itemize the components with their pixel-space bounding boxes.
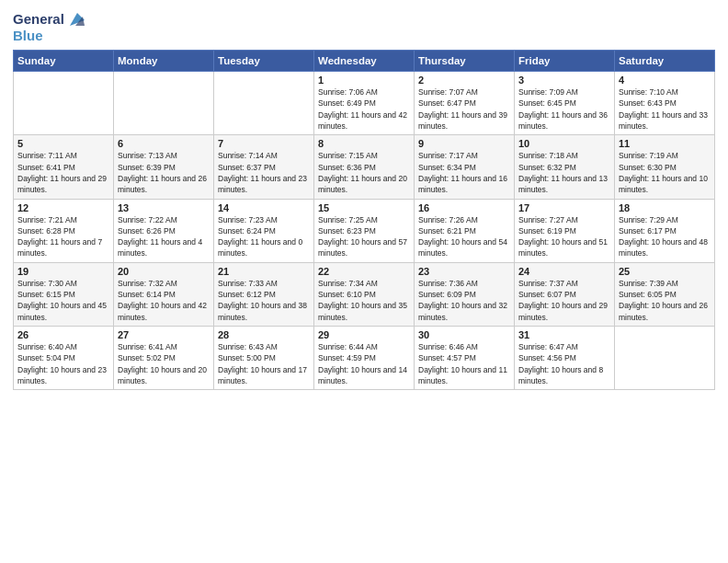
day-header-wednesday: Wednesday <box>314 51 415 72</box>
day-info: Sunrise: 7:37 AM Sunset: 6:07 PM Dayligh… <box>518 278 610 323</box>
calendar-cell: 4Sunrise: 7:10 AM Sunset: 6:43 PM Daylig… <box>615 72 715 135</box>
logo-blue: Blue <box>13 28 43 44</box>
calendar-cell: 15Sunrise: 7:25 AM Sunset: 6:23 PM Dayli… <box>314 199 415 262</box>
day-header-saturday: Saturday <box>615 51 715 72</box>
calendar-cell: 17Sunrise: 7:27 AM Sunset: 6:19 PM Dayli… <box>515 199 615 262</box>
day-info: Sunrise: 7:27 AM Sunset: 6:19 PM Dayligh… <box>518 214 610 259</box>
day-info: Sunrise: 7:13 AM Sunset: 6:39 PM Dayligh… <box>118 150 210 195</box>
day-number: 7 <box>218 138 310 149</box>
calendar-week-2: 5Sunrise: 7:11 AM Sunset: 6:41 PM Daylig… <box>14 135 715 199</box>
day-info: Sunrise: 7:19 AM Sunset: 6:30 PM Dayligh… <box>619 150 711 195</box>
day-info: Sunrise: 7:14 AM Sunset: 6:37 PM Dayligh… <box>218 150 310 195</box>
day-number: 25 <box>619 266 711 277</box>
day-number: 30 <box>418 329 510 340</box>
calendar-cell: 11Sunrise: 7:19 AM Sunset: 6:30 PM Dayli… <box>615 135 715 199</box>
day-number: 24 <box>518 266 610 277</box>
calendar-cell: 23Sunrise: 7:36 AM Sunset: 6:09 PM Dayli… <box>415 262 515 326</box>
day-number: 26 <box>17 329 109 340</box>
calendar-cell: 22Sunrise: 7:34 AM Sunset: 6:10 PM Dayli… <box>314 262 415 326</box>
calendar-cell <box>214 72 314 135</box>
day-info: Sunrise: 7:11 AM Sunset: 6:41 PM Dayligh… <box>17 150 109 195</box>
calendar-cell: 20Sunrise: 7:32 AM Sunset: 6:14 PM Dayli… <box>114 262 214 326</box>
day-header-tuesday: Tuesday <box>214 51 314 72</box>
day-info: Sunrise: 7:22 AM Sunset: 6:26 PM Dayligh… <box>118 214 210 259</box>
day-header-sunday: Sunday <box>14 51 114 72</box>
day-info: Sunrise: 6:44 AM Sunset: 4:59 PM Dayligh… <box>318 341 410 386</box>
logo-text: General <box>13 11 64 28</box>
calendar-week-5: 26Sunrise: 6:40 AM Sunset: 5:04 PM Dayli… <box>14 327 715 390</box>
calendar-cell: 28Sunrise: 6:43 AM Sunset: 5:00 PM Dayli… <box>214 327 314 390</box>
day-info: Sunrise: 7:36 AM Sunset: 6:09 PM Dayligh… <box>418 278 510 323</box>
calendar-cell: 30Sunrise: 6:46 AM Sunset: 4:57 PM Dayli… <box>415 327 515 390</box>
calendar-cell: 6Sunrise: 7:13 AM Sunset: 6:39 PM Daylig… <box>114 135 214 199</box>
day-number: 13 <box>118 202 210 213</box>
day-number: 11 <box>619 138 711 149</box>
page: General Blue SundayMondayTuesdayWednesda… <box>0 0 728 563</box>
calendar-header-row: SundayMondayTuesdayWednesdayThursdayFrid… <box>14 51 715 72</box>
calendar: SundayMondayTuesdayWednesdayThursdayFrid… <box>13 50 715 390</box>
calendar-cell: 24Sunrise: 7:37 AM Sunset: 6:07 PM Dayli… <box>515 262 615 326</box>
calendar-cell: 12Sunrise: 7:21 AM Sunset: 6:28 PM Dayli… <box>14 199 114 262</box>
day-number: 19 <box>17 266 109 277</box>
calendar-cell: 27Sunrise: 6:41 AM Sunset: 5:02 PM Dayli… <box>114 327 214 390</box>
day-number: 15 <box>318 202 410 213</box>
day-number: 4 <box>619 75 711 86</box>
day-info: Sunrise: 7:23 AM Sunset: 6:24 PM Dayligh… <box>218 214 310 259</box>
calendar-cell: 18Sunrise: 7:29 AM Sunset: 6:17 PM Dayli… <box>615 199 715 262</box>
day-info: Sunrise: 7:21 AM Sunset: 6:28 PM Dayligh… <box>17 214 109 259</box>
day-info: Sunrise: 7:32 AM Sunset: 6:14 PM Dayligh… <box>118 278 210 323</box>
calendar-cell: 8Sunrise: 7:15 AM Sunset: 6:36 PM Daylig… <box>314 135 415 199</box>
calendar-cell: 21Sunrise: 7:33 AM Sunset: 6:12 PM Dayli… <box>214 262 314 326</box>
calendar-week-1: 1Sunrise: 7:06 AM Sunset: 6:49 PM Daylig… <box>14 72 715 135</box>
day-number: 9 <box>418 138 510 149</box>
day-info: Sunrise: 7:34 AM Sunset: 6:10 PM Dayligh… <box>318 278 410 323</box>
calendar-cell <box>615 327 715 390</box>
day-number: 5 <box>17 138 109 149</box>
day-header-monday: Monday <box>114 51 214 72</box>
header: General Blue <box>13 9 715 44</box>
calendar-cell: 31Sunrise: 6:47 AM Sunset: 4:56 PM Dayli… <box>515 327 615 390</box>
day-info: Sunrise: 6:47 AM Sunset: 4:56 PM Dayligh… <box>518 341 610 386</box>
calendar-cell: 5Sunrise: 7:11 AM Sunset: 6:41 PM Daylig… <box>14 135 114 199</box>
day-number: 17 <box>518 202 610 213</box>
day-info: Sunrise: 7:09 AM Sunset: 6:45 PM Dayligh… <box>518 86 610 132</box>
calendar-cell: 13Sunrise: 7:22 AM Sunset: 6:26 PM Dayli… <box>114 199 214 262</box>
day-info: Sunrise: 7:30 AM Sunset: 6:15 PM Dayligh… <box>17 278 109 323</box>
day-number: 18 <box>619 202 711 213</box>
day-info: Sunrise: 7:07 AM Sunset: 6:47 PM Dayligh… <box>418 86 510 132</box>
day-info: Sunrise: 7:15 AM Sunset: 6:36 PM Dayligh… <box>318 150 410 195</box>
calendar-cell: 14Sunrise: 7:23 AM Sunset: 6:24 PM Dayli… <box>214 199 314 262</box>
day-number: 28 <box>218 329 310 340</box>
day-number: 20 <box>118 266 210 277</box>
day-info: Sunrise: 7:10 AM Sunset: 6:43 PM Dayligh… <box>619 86 711 132</box>
logo-icon <box>66 9 86 29</box>
day-info: Sunrise: 6:43 AM Sunset: 5:00 PM Dayligh… <box>218 341 310 386</box>
day-info: Sunrise: 7:06 AM Sunset: 6:49 PM Dayligh… <box>318 86 410 132</box>
calendar-cell: 2Sunrise: 7:07 AM Sunset: 6:47 PM Daylig… <box>415 72 515 135</box>
day-header-friday: Friday <box>515 51 615 72</box>
day-number: 14 <box>218 202 310 213</box>
day-info: Sunrise: 7:39 AM Sunset: 6:05 PM Dayligh… <box>619 278 711 323</box>
day-number: 21 <box>218 266 310 277</box>
day-number: 1 <box>318 75 410 86</box>
day-header-thursday: Thursday <box>415 51 515 72</box>
day-number: 3 <box>518 75 610 86</box>
calendar-cell: 10Sunrise: 7:18 AM Sunset: 6:32 PM Dayli… <box>515 135 615 199</box>
day-number: 2 <box>418 75 510 86</box>
day-number: 31 <box>518 329 610 340</box>
day-number: 6 <box>118 138 210 149</box>
calendar-cell: 26Sunrise: 6:40 AM Sunset: 5:04 PM Dayli… <box>14 327 114 390</box>
day-info: Sunrise: 7:26 AM Sunset: 6:21 PM Dayligh… <box>418 214 510 259</box>
calendar-week-3: 12Sunrise: 7:21 AM Sunset: 6:28 PM Dayli… <box>14 199 715 262</box>
calendar-cell: 3Sunrise: 7:09 AM Sunset: 6:45 PM Daylig… <box>515 72 615 135</box>
calendar-cell <box>114 72 214 135</box>
logo: General Blue <box>13 9 86 44</box>
day-info: Sunrise: 6:40 AM Sunset: 5:04 PM Dayligh… <box>17 341 109 386</box>
calendar-cell: 19Sunrise: 7:30 AM Sunset: 6:15 PM Dayli… <box>14 262 114 326</box>
calendar-week-4: 19Sunrise: 7:30 AM Sunset: 6:15 PM Dayli… <box>14 262 715 326</box>
day-info: Sunrise: 7:33 AM Sunset: 6:12 PM Dayligh… <box>218 278 310 323</box>
day-number: 22 <box>318 266 410 277</box>
day-info: Sunrise: 7:18 AM Sunset: 6:32 PM Dayligh… <box>518 150 610 195</box>
day-info: Sunrise: 6:41 AM Sunset: 5:02 PM Dayligh… <box>118 341 210 386</box>
calendar-cell: 9Sunrise: 7:17 AM Sunset: 6:34 PM Daylig… <box>415 135 515 199</box>
